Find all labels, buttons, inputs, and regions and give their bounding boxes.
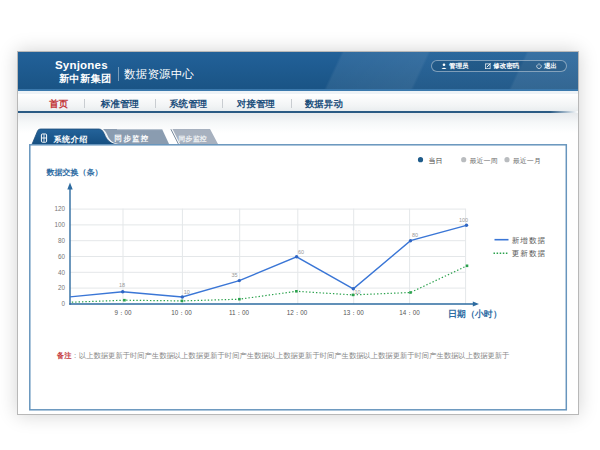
svg-text:同步监控: 同步监控 [115,134,150,143]
svg-text:80: 80 [412,232,418,238]
svg-text:9：00: 9：00 [115,309,132,316]
svg-text:最近一月: 最近一月 [513,157,541,165]
svg-text:系统介绍: 系统介绍 [53,134,88,144]
svg-text:40: 40 [58,269,66,276]
svg-text:11：00: 11：00 [229,309,249,316]
svg-text:100: 100 [54,221,65,228]
svg-text:10: 10 [354,289,360,295]
svg-text:80: 80 [58,237,66,244]
svg-text:备注：以上数据更新于时间产生数据以上数据更新于时间产生数据以: 备注：以上数据更新于时间产生数据以上数据更新于时间产生数据以上数据更新于时间产生… [56,351,509,360]
svg-text:18: 18 [119,282,125,288]
svg-text:新增数据: 新增数据 [512,236,546,245]
svg-text:更新数据: 更新数据 [512,249,546,258]
svg-text:日期（小时）: 日期（小时） [448,309,502,319]
svg-text:120: 120 [54,205,65,212]
svg-text:12：00: 12：00 [287,309,308,316]
svg-text:60: 60 [58,253,66,260]
svg-text:当日: 当日 [429,157,443,165]
svg-text:数据交换（条）: 数据交换（条） [45,168,102,177]
svg-text:10: 10 [184,289,190,295]
svg-text:10：00: 10：00 [171,309,192,316]
svg-text:0: 0 [61,300,65,307]
svg-text:14：00: 14：00 [399,309,420,316]
svg-text:35: 35 [232,272,238,278]
svg-text:100: 100 [459,217,468,223]
svg-text:60: 60 [298,249,304,255]
svg-text:20: 20 [58,284,66,291]
svg-text:同步监控: 同步监控 [179,135,207,143]
svg-text:最近一周: 最近一周 [470,157,498,164]
svg-text:13：00: 13：00 [343,309,364,316]
